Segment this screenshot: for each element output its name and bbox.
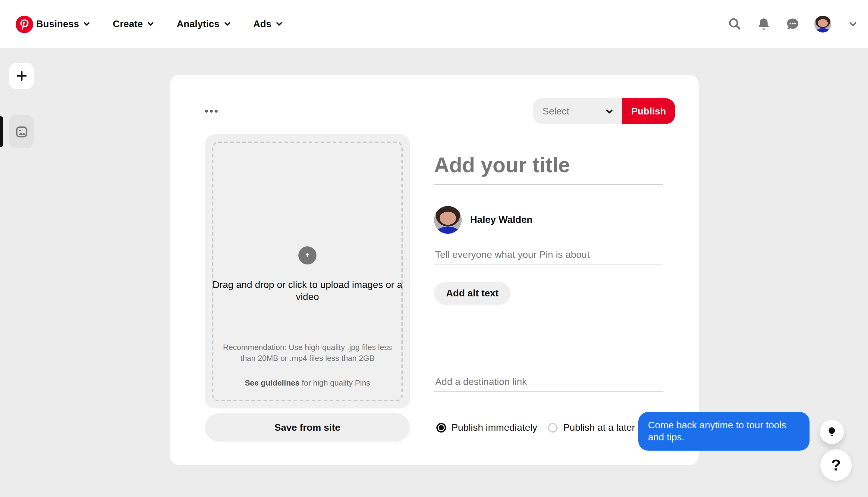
chevron-down-icon bbox=[276, 20, 283, 28]
nav-menu-label: Create bbox=[113, 19, 143, 29]
search-icon bbox=[728, 17, 742, 31]
lightbulb-icon bbox=[826, 426, 838, 438]
media-dropzone[interactable]: Drag and drop or click to upload images … bbox=[205, 134, 410, 409]
tour-tooltip: Come back anytime to tour tools and tips… bbox=[638, 412, 810, 451]
notifications-button[interactable] bbox=[756, 17, 771, 31]
chevron-down-icon bbox=[83, 20, 90, 28]
save-from-site-button[interactable]: Save from site bbox=[205, 413, 410, 442]
publish-immediately-label: Publish immediately bbox=[451, 422, 537, 433]
pin-description-input[interactable] bbox=[434, 245, 663, 265]
pin-details-form: Haley Walden Add alt text Publish immedi… bbox=[434, 75, 663, 465]
pinterest-logo[interactable] bbox=[16, 16, 33, 33]
pinterest-p-icon bbox=[20, 19, 29, 30]
see-guidelines-link[interactable]: See guidelines bbox=[245, 378, 299, 387]
sidebar-divider bbox=[4, 106, 38, 107]
ellipsis-icon bbox=[205, 109, 218, 112]
chevron-down-icon bbox=[147, 20, 154, 28]
drafts-sidebar bbox=[0, 48, 48, 497]
chevron-down-icon bbox=[224, 20, 231, 28]
publish-immediately-option[interactable]: Publish immediately bbox=[436, 422, 537, 433]
create-new-pin-button[interactable] bbox=[9, 63, 34, 89]
profile-avatar[interactable] bbox=[814, 16, 831, 32]
chat-icon bbox=[785, 17, 800, 31]
add-alt-text-button[interactable]: Add alt text bbox=[434, 282, 510, 305]
plus-icon bbox=[15, 69, 28, 83]
chevron-down-icon bbox=[848, 19, 858, 29]
destination-link-input[interactable] bbox=[434, 372, 663, 392]
pinterest-pin-builder-page: Business Create Analytics Ads bbox=[0, 0, 868, 497]
nav-menu-ads[interactable]: Ads bbox=[253, 19, 283, 29]
active-draft-indicator bbox=[0, 116, 3, 147]
account-menu-button[interactable] bbox=[846, 17, 860, 31]
nav-menu-label: Analytics bbox=[177, 19, 220, 29]
radio-selected-icon bbox=[436, 423, 446, 432]
pin-builder-card: Select Publish Drag and drop or click to… bbox=[170, 75, 699, 465]
help-button[interactable]: ? bbox=[821, 450, 852, 481]
upload-recommendation: Recommendation: Use high-quality .jpg fi… bbox=[217, 342, 398, 364]
tour-lightbulb-button[interactable] bbox=[820, 420, 844, 444]
bell-icon bbox=[756, 17, 771, 31]
image-icon bbox=[15, 125, 28, 138]
search-button[interactable] bbox=[728, 17, 742, 31]
upload-arrow-icon bbox=[298, 246, 317, 265]
nav-menu-label: Business bbox=[36, 19, 79, 29]
top-nav: Business Create Analytics Ads bbox=[0, 0, 868, 48]
nav-menu-label: Ads bbox=[253, 19, 271, 29]
nav-menu-analytics[interactable]: Analytics bbox=[177, 19, 231, 29]
dropzone-instructions: Drag and drop or click to upload images … bbox=[205, 279, 410, 303]
guidelines-text: for high quality Pins bbox=[299, 378, 370, 387]
guidelines-line: See guidelines for high quality Pins bbox=[205, 378, 410, 387]
author-row: Haley Walden bbox=[434, 206, 533, 234]
radio-unselected-icon bbox=[548, 423, 558, 432]
more-options-button[interactable] bbox=[205, 104, 222, 118]
draft-thumbnail[interactable] bbox=[9, 115, 34, 148]
author-name: Haley Walden bbox=[470, 214, 533, 225]
author-avatar bbox=[434, 206, 462, 234]
nav-menu-create[interactable]: Create bbox=[113, 19, 154, 29]
messages-button[interactable] bbox=[785, 17, 800, 31]
nav-utilities bbox=[728, 0, 860, 48]
pin-title-input[interactable] bbox=[434, 153, 663, 185]
publish-timing-options: Publish immediately Publish at a later d… bbox=[436, 422, 656, 433]
primary-nav: Business Create Analytics Ads bbox=[36, 0, 283, 48]
nav-menu-business[interactable]: Business bbox=[36, 19, 90, 29]
